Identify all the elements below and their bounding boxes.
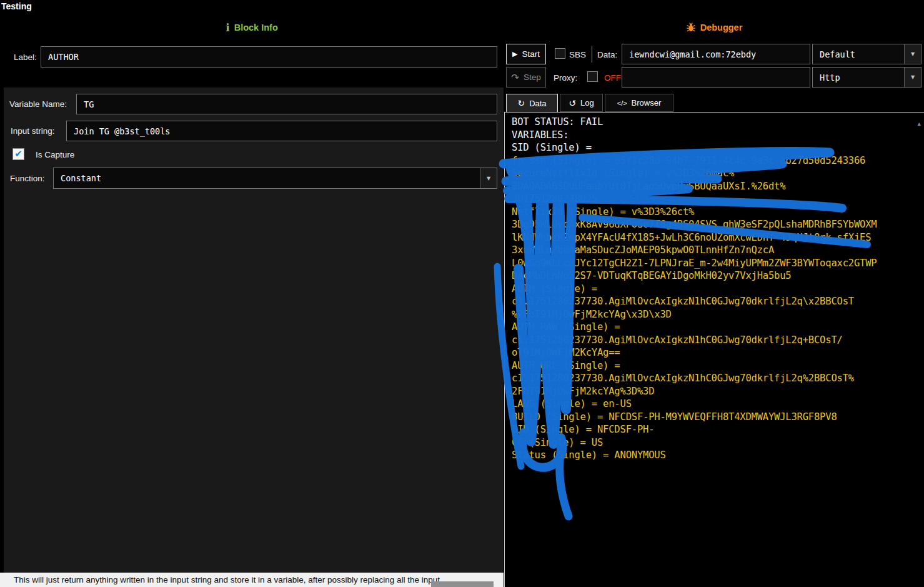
proxy-input[interactable] bbox=[622, 67, 810, 88]
console-line: %2FoT91MjOwFjM2kcYAg\x3D\x3D bbox=[512, 308, 924, 321]
function-label: Function: bbox=[10, 174, 45, 183]
is-capture-label: Is Capture bbox=[36, 150, 74, 159]
block-info-header: i Block Info bbox=[0, 23, 504, 33]
sbs-label: SBS bbox=[569, 50, 586, 59]
console-line: LANG (Single) = en-US bbox=[512, 398, 924, 411]
console-line: c1.1751280237730.AgiMlOvcAxIgkzN1hC0GJwg… bbox=[512, 334, 924, 347]
console-line: c1.1751280237730.AgiMlOvcAxIgkzN1hC0GJwg… bbox=[512, 295, 924, 308]
input-string-label: Input string: bbox=[11, 126, 55, 136]
console-line: 3xuWdLu/buAaMaSDucZJoMAEP05kpwO0TLnnHfZn… bbox=[512, 244, 924, 257]
console-line: AUTH_URL (Single) = bbox=[512, 359, 924, 373]
console-line: Status (Single) = ANONYMOUS bbox=[512, 449, 924, 462]
console-lines: BOT STATUS: FAILVARIABLES:SID (Single) =… bbox=[512, 116, 924, 462]
bug-icon bbox=[686, 23, 696, 33]
refresh-circle-icon: ↻ bbox=[517, 99, 525, 108]
history-clock-icon: ↺ bbox=[569, 99, 576, 108]
sbs-checkbox[interactable] bbox=[555, 48, 565, 59]
scroll-up-icon[interactable]: ▲ bbox=[918, 121, 921, 127]
variable-name-label: Variable Name: bbox=[9, 99, 67, 109]
console-line: c1.1751280237730.AgiMlOvcAxIgkzN1hC0GJwg… bbox=[512, 372, 924, 385]
function-dropdown[interactable]: Constant ▼ bbox=[53, 168, 497, 189]
tab-data-label: Data bbox=[529, 99, 546, 108]
console-line: BOT STATUS: FAIL bbox=[512, 116, 924, 129]
block-description-text: This will just return anything written i… bbox=[14, 575, 440, 584]
code-brackets-icon: </> bbox=[617, 99, 627, 108]
tab-data[interactable]: ↻ Data bbox=[506, 94, 558, 112]
debugger-console[interactable]: BOT STATUS: FAILVARIABLES:SID (Single) =… bbox=[504, 112, 924, 587]
data-label: Data: bbox=[597, 50, 617, 59]
horizontal-scrollbar-thumb[interactable] bbox=[431, 581, 494, 587]
start-button[interactable]: ▶ Start bbox=[506, 44, 546, 64]
console-line: NetflixId (Single) = v%3D3%26ct% bbox=[512, 206, 924, 219]
is-capture-checkbox[interactable]: ✔ bbox=[12, 148, 24, 160]
function-selected-value: Constant bbox=[61, 173, 101, 183]
chevron-down-icon: ▼ bbox=[480, 168, 497, 188]
console-line: fp ssn (Single) = e5f1c28d-94b7-7911-4c4… bbox=[512, 154, 924, 168]
proxy-status-badge: OFF bbox=[604, 73, 621, 83]
chevron-down-icon: ▼ bbox=[904, 68, 921, 87]
console-line: DAcMbDLnNo52S7-VDTuqKTqBEGAYiDgoMkH02yv7… bbox=[512, 269, 924, 283]
console-line: oT91MjOWFjM2KcYAg== bbox=[512, 346, 924, 359]
console-line: 3DAQABABSDUUFaabYUt0TjLao5OvpHvSBUQaaUXs… bbox=[512, 180, 924, 193]
check-icon: ✔ bbox=[14, 149, 22, 159]
data-input[interactable]: iewndcwi@gmail.com:72ebdy bbox=[622, 44, 810, 64]
block-description: This will just return anything written i… bbox=[0, 573, 504, 587]
step-arrow-icon: ↷ bbox=[511, 73, 519, 81]
proxy-checkbox[interactable] bbox=[587, 71, 598, 82]
variable-name-input[interactable]: TG bbox=[76, 94, 497, 114]
tab-log[interactable]: ↺ Log bbox=[560, 94, 603, 112]
console-line: CC (Single) = US bbox=[512, 436, 924, 449]
chevron-down-icon: ▼ bbox=[904, 44, 921, 64]
console-line: 3DgD5WLOvcAxK8AV96dXPoSo7T6g4BS04SVS_ghW… bbox=[512, 218, 924, 231]
wordlist-type-dropdown[interactable]: Default ▼ bbox=[812, 44, 922, 64]
label-field-label: Label: bbox=[14, 53, 37, 62]
wordlist-type-value: Default bbox=[820, 49, 855, 59]
debugger-title: Debugger bbox=[700, 23, 743, 33]
console-line: L0wGq9WhLc8JYc12TgCH2Z1-7LPNJraE_m-2w4Mi… bbox=[512, 257, 924, 270]
label-input[interactable]: AUTHOR bbox=[41, 46, 497, 68]
controls-divider bbox=[592, 46, 592, 63]
tab-browser[interactable]: </> Browser bbox=[605, 94, 673, 112]
block-settings-section bbox=[4, 88, 504, 573]
block-info-title: Block Info bbox=[234, 23, 278, 33]
start-button-label: Start bbox=[522, 49, 540, 59]
console-line: VARIABLES: bbox=[512, 129, 924, 142]
console-line: SecureNetflixId (Single) = v%3D3%26mac% bbox=[512, 167, 924, 180]
info-icon: i bbox=[226, 23, 229, 32]
console-line: 3D1751280238025 bbox=[512, 193, 924, 206]
console-line: 2FoT91MjOwFjM2kcYAg%3D%3D bbox=[512, 385, 924, 398]
step-button[interactable]: ↷ Step bbox=[506, 67, 546, 88]
console-line: BUILD (Single) = NFCDSF-PH-M9YWVEQFFH8T4… bbox=[512, 411, 924, 424]
proxy-type-value: Http bbox=[820, 73, 840, 83]
console-line: BID (Single) = NFCDSF-PH- bbox=[512, 423, 924, 436]
play-icon: ▶ bbox=[512, 51, 517, 58]
console-line: AUTH_RAW (Single) = bbox=[512, 321, 924, 334]
console-line: SID (Single) = bbox=[512, 141, 924, 154]
debugger-header: Debugger bbox=[504, 23, 924, 33]
tab-log-label: Log bbox=[580, 98, 594, 108]
console-line: lKNdWhb2RZnpX4YFAcU4fX185+JwLh3C6noUZomX… bbox=[512, 231, 924, 244]
input-string-input[interactable]: Join TG @b3st_t00ls bbox=[66, 121, 497, 141]
debugger-panel: Debugger ▶ Start SBS Data: iewndcwi@gmai… bbox=[504, 0, 924, 587]
tab-browser-label: Browser bbox=[632, 98, 662, 108]
proxy-type-dropdown[interactable]: Http ▼ bbox=[812, 67, 922, 88]
step-button-label: Step bbox=[524, 73, 541, 82]
proxy-label: Proxy: bbox=[554, 73, 577, 83]
block-info-panel: i Block Info Label: AUTHOR Variable Name… bbox=[0, 0, 504, 587]
console-line: AUTH (Single) = bbox=[512, 283, 924, 296]
